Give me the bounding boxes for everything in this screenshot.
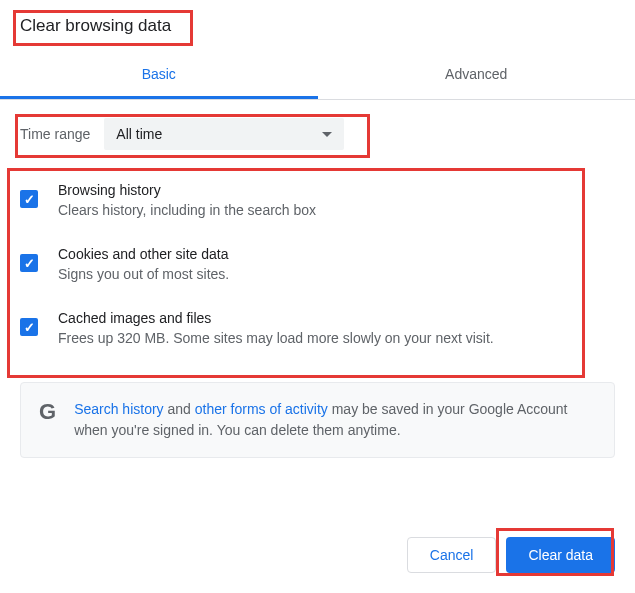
option-title: Cached images and files: [58, 310, 615, 326]
checkbox-cookies[interactable]: ✓: [20, 254, 38, 272]
dialog-title: Clear browsing data: [0, 0, 635, 44]
option-desc: Clears history, including in the search …: [58, 202, 615, 218]
info-text-part: and: [164, 401, 195, 417]
option-cookies: ✓ Cookies and other site data Signs you …: [20, 232, 615, 296]
option-desc: Signs you out of most sites.: [58, 266, 615, 282]
option-title: Cookies and other site data: [58, 246, 615, 262]
tabs: Basic Advanced: [0, 52, 635, 100]
checkbox-browsing-history[interactable]: ✓: [20, 190, 38, 208]
google-icon: G: [39, 399, 56, 425]
option-desc: Frees up 320 MB. Some sites may load mor…: [58, 330, 615, 346]
chevron-down-icon: [322, 132, 332, 137]
cancel-button[interactable]: Cancel: [407, 537, 497, 573]
time-range-row: Time range All time: [0, 100, 635, 150]
options-list: ✓ Browsing history Clears history, inclu…: [0, 150, 635, 370]
time-range-value: All time: [116, 126, 162, 142]
link-search-history[interactable]: Search history: [74, 401, 163, 417]
time-range-label: Time range: [20, 126, 90, 142]
time-range-select[interactable]: All time: [104, 118, 344, 150]
option-browsing-history: ✓ Browsing history Clears history, inclu…: [20, 168, 615, 232]
option-title: Browsing history: [58, 182, 615, 198]
checkbox-cache[interactable]: ✓: [20, 318, 38, 336]
clear-data-button[interactable]: Clear data: [506, 537, 615, 573]
tab-advanced[interactable]: Advanced: [318, 52, 636, 99]
tab-basic[interactable]: Basic: [0, 52, 318, 99]
info-text: Search history and other forms of activi…: [74, 399, 596, 441]
info-box: G Search history and other forms of acti…: [20, 382, 615, 458]
check-icon: ✓: [24, 257, 35, 270]
check-icon: ✓: [24, 321, 35, 334]
option-cache: ✓ Cached images and files Frees up 320 M…: [20, 296, 615, 360]
check-icon: ✓: [24, 193, 35, 206]
button-row: Cancel Clear data: [407, 537, 615, 573]
link-other-activity[interactable]: other forms of activity: [195, 401, 328, 417]
